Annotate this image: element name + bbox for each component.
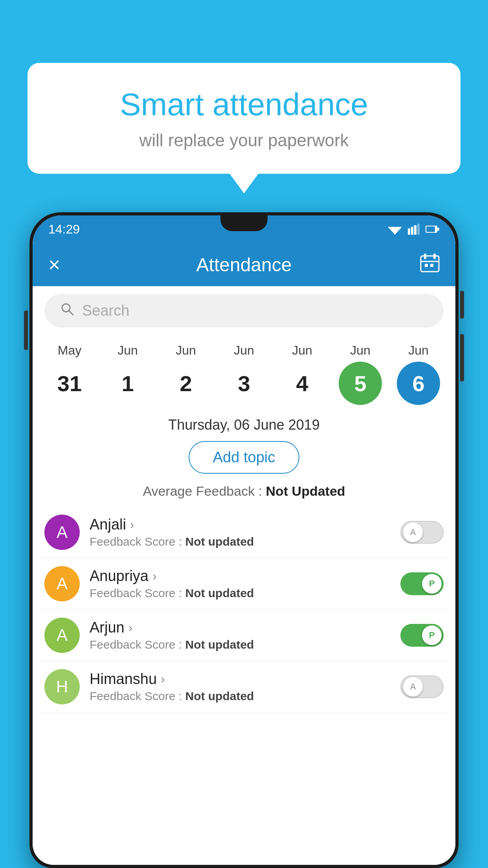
avg-feedback-value: Not Updated <box>266 484 345 498</box>
date-number[interactable]: 6 <box>397 362 440 405</box>
student-name[interactable]: Himanshu › <box>90 671 393 688</box>
volume-button <box>24 311 28 350</box>
signal-icon <box>408 224 420 235</box>
chevron-icon: › <box>161 672 165 686</box>
date-month: Jun <box>117 343 138 358</box>
svg-rect-13 <box>430 264 433 267</box>
speech-bubble-subtitle: will replace your paperwork <box>59 131 429 150</box>
search-bar[interactable]: Search <box>44 294 444 327</box>
date-number[interactable]: 3 <box>222 362 266 405</box>
volume-down-button <box>460 334 464 381</box>
student-item[interactable]: AArjun ›Feedback Score : Not updatedP <box>40 610 448 661</box>
date-month: Jun <box>234 343 254 358</box>
student-feedback: Feedback Score : Not updated <box>90 638 393 651</box>
toggle-knob: P <box>422 625 442 645</box>
attendance-toggle[interactable]: A <box>400 675 444 698</box>
svg-rect-1 <box>408 228 410 235</box>
date-col[interactable]: Jun2 <box>160 343 211 405</box>
search-input[interactable]: Search <box>82 302 129 319</box>
toggle-knob: A <box>403 677 423 697</box>
date-strip: May31Jun1Jun2Jun3Jun4Jun5Jun6 <box>33 335 455 405</box>
student-feedback: Feedback Score : Not updated <box>90 535 393 548</box>
status-icons <box>388 224 440 235</box>
date-col[interactable]: May31 <box>44 343 95 405</box>
student-item[interactable]: HHimanshu ›Feedback Score : Not updatedA <box>40 661 448 713</box>
svg-rect-2 <box>411 227 413 235</box>
svg-marker-0 <box>388 227 402 235</box>
date-number[interactable]: 5 <box>339 362 382 405</box>
svg-rect-7 <box>426 226 435 232</box>
date-month: May <box>58 343 81 358</box>
student-feedback: Feedback Score : Not updated <box>90 690 393 703</box>
svg-rect-9 <box>424 254 426 259</box>
date-col[interactable]: Jun5 <box>335 343 386 405</box>
app-bar-title: Attendance <box>196 254 292 276</box>
date-col[interactable]: Jun6 <box>393 343 444 405</box>
search-icon <box>60 302 74 320</box>
student-avatar: A <box>44 618 80 653</box>
date-month: Jun <box>350 343 371 358</box>
date-month: Jun <box>176 343 196 358</box>
chevron-icon: › <box>152 569 157 583</box>
attendance-toggle[interactable]: P <box>400 572 444 595</box>
student-name[interactable]: Anupriya › <box>90 568 393 585</box>
date-col[interactable]: Jun3 <box>218 343 270 405</box>
student-item[interactable]: AAnjali ›Feedback Score : Not updatedA <box>40 507 448 558</box>
student-info: Anjali ›Feedback Score : Not updated <box>90 516 393 548</box>
student-avatar: H <box>44 669 80 704</box>
toggle-container[interactable]: P <box>400 624 444 647</box>
student-avatar: A <box>44 515 80 550</box>
app-content: Search May31Jun1Jun2Jun3Jun4Jun5Jun6 Thu… <box>33 286 455 865</box>
svg-rect-4 <box>417 224 420 235</box>
date-number[interactable]: 31 <box>48 362 91 405</box>
attendance-toggle[interactable]: A <box>400 521 444 544</box>
avg-feedback-label: Average Feedback : <box>143 484 262 498</box>
add-topic-button[interactable]: Add topic <box>189 441 299 474</box>
svg-rect-10 <box>433 254 436 259</box>
power-button <box>460 291 464 318</box>
student-name[interactable]: Anjali › <box>90 516 393 533</box>
student-info: Himanshu ›Feedback Score : Not updated <box>90 671 393 703</box>
svg-rect-12 <box>425 264 428 267</box>
date-number[interactable]: 1 <box>106 362 149 405</box>
svg-rect-3 <box>414 225 416 235</box>
student-info: Anupriya ›Feedback Score : Not updated <box>90 568 393 600</box>
date-number[interactable]: 4 <box>281 362 324 405</box>
chevron-icon: › <box>128 620 133 635</box>
svg-rect-6 <box>437 228 439 231</box>
speech-bubble-title: Smart attendance <box>59 86 429 123</box>
status-time: 14:29 <box>48 222 80 237</box>
student-feedback: Feedback Score : Not updated <box>90 587 393 600</box>
student-name[interactable]: Arjun › <box>90 619 393 636</box>
student-info: Arjun ›Feedback Score : Not updated <box>90 619 393 651</box>
toggle-container[interactable]: P <box>400 572 444 595</box>
close-button[interactable]: × <box>48 254 60 275</box>
phone-notch <box>220 215 268 231</box>
svg-line-15 <box>69 311 73 315</box>
wifi-icon <box>388 224 402 235</box>
toggle-container[interactable]: A <box>400 521 444 544</box>
app-bar: × Attendance <box>33 243 455 286</box>
speech-bubble-container: Smart attendance will replace your paper… <box>28 63 460 174</box>
calendar-icon[interactable] <box>420 253 440 276</box>
avg-feedback: Average Feedback : Not Updated <box>33 484 455 499</box>
attendance-toggle[interactable]: P <box>400 624 444 647</box>
date-col[interactable]: Jun1 <box>102 343 153 405</box>
phone-frame: 14:29 × Attendan <box>29 212 459 868</box>
speech-bubble: Smart attendance will replace your paper… <box>28 63 460 174</box>
student-item[interactable]: AAnupriya ›Feedback Score : Not updatedP <box>40 558 448 610</box>
toggle-container[interactable]: A <box>400 675 444 698</box>
chevron-icon: › <box>130 517 134 532</box>
student-list: AAnjali ›Feedback Score : Not updatedAAA… <box>33 507 455 713</box>
toggle-knob: P <box>422 574 442 594</box>
date-month: Jun <box>292 343 312 358</box>
svg-rect-8 <box>421 256 439 272</box>
toggle-knob: A <box>403 522 423 542</box>
selected-date-label: Thursday, 06 June 2019 <box>33 405 455 441</box>
date-col[interactable]: Jun4 <box>277 343 328 405</box>
student-avatar: A <box>44 566 80 601</box>
date-month: Jun <box>408 343 429 358</box>
date-number[interactable]: 2 <box>164 362 207 405</box>
phone-screen: 14:29 × Attendan <box>33 215 455 865</box>
battery-icon <box>426 225 440 234</box>
